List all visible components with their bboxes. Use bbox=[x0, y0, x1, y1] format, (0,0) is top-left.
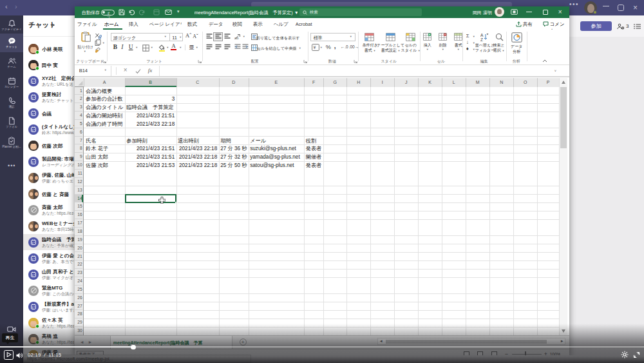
svg-text:A: A bbox=[480, 33, 484, 37]
svg-text:Z: Z bbox=[480, 37, 483, 41]
svg-text:¥: ¥ bbox=[313, 45, 316, 50]
svg-text:ab: ab bbox=[234, 36, 239, 40]
